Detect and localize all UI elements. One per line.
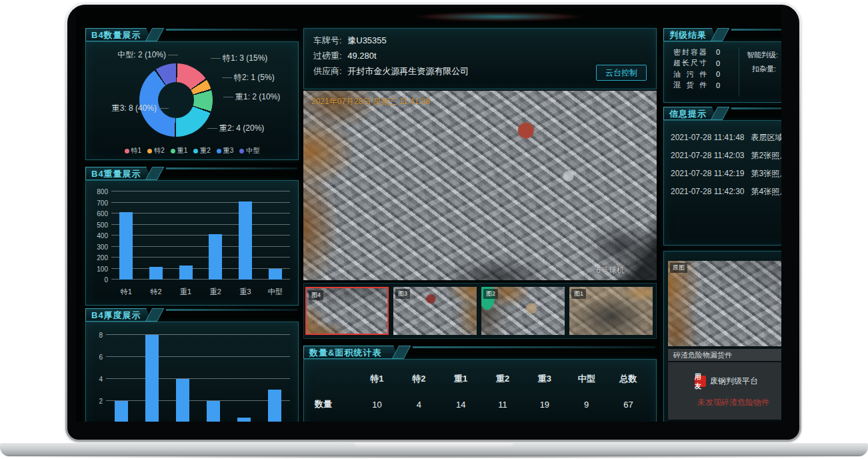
y-tick-label: 200 <box>90 254 108 262</box>
legend-label: 特1 <box>131 146 142 155</box>
legend-item-重3[interactable]: 重3 <box>217 146 234 155</box>
bar[interactable] <box>149 267 163 280</box>
legend-item-重1[interactable]: 重1 <box>171 146 188 155</box>
supplier-label: 供应商: <box>313 66 342 76</box>
photo-thumbnail-图4[interactable]: 图4 <box>305 287 389 335</box>
main-camera-photo: 2021年07月28日 星期三 11:41:38 6号球机 <box>303 91 657 280</box>
detection-alert-text: 未发现碎渣危险物件 <box>697 397 769 408</box>
message-text: 第3张照片表层判 <box>751 169 781 178</box>
stats-table-title: 数量&面积统计表 <box>303 346 398 359</box>
grading-right-label: 智能判级: <box>747 50 778 60</box>
dashboard-screen: B4数量展示 特1: 3 (15%)特2: 1 (5%)重1: 2 (10%)重… <box>76 8 781 422</box>
bar[interactable] <box>237 418 251 422</box>
header-line <box>166 167 297 169</box>
legend-dot-icon <box>239 149 244 153</box>
table-cell: 10 <box>356 400 398 410</box>
photo-thumbnail-图1[interactable]: 图1 <box>569 287 653 335</box>
table-row: 数量104141119967 <box>304 394 649 414</box>
thumbnail-badge: 图3 <box>395 289 410 299</box>
legend-dot-icon <box>193 149 198 153</box>
thumbnail-badge: 图2 <box>483 289 498 299</box>
table-cell: 14 <box>440 400 482 410</box>
top-glow-decoration <box>389 11 609 23</box>
x-tick-label: 中型 <box>260 287 290 297</box>
table-header-cell: 特2 <box>398 373 440 385</box>
panel-weight-header: B4重量展示 <box>85 167 299 180</box>
legend-item-中型[interactable]: 中型 <box>239 146 259 155</box>
legend-label: 中型 <box>246 146 259 155</box>
plate-value: 豫U35355 <box>347 35 387 45</box>
y-tick-label: 4 <box>85 375 103 382</box>
donut-label-中型: 中型: 2 (10%) <box>109 49 166 61</box>
panel-vehicle-info: 车牌号: 豫U35355 过磅重: 49.280t 供应商: 开封市金火源再生资… <box>303 28 657 89</box>
grading-title: 判级结果 <box>663 28 717 41</box>
x-tick-label: 重1 <box>171 287 201 297</box>
donut-label-重3: 重3: 8 (40%) <box>98 103 157 114</box>
grading-item: 油污件0 <box>673 69 720 80</box>
original-image-badge: 原图 <box>670 263 687 273</box>
page-background: B4数量展示 特1: 3 (15%)特2: 1 (5%)重1: 2 (10%)重… <box>0 0 868 459</box>
grading-list: 密封容器0超长尺寸0油污件0混货件0 <box>673 47 720 91</box>
legend-dot-icon <box>217 149 221 153</box>
bar[interactable] <box>207 401 220 422</box>
grading-label: 油污件 <box>673 69 707 79</box>
yonyou-logo-icon: 用友 <box>695 376 706 387</box>
x-tick-label: 重3 <box>231 287 261 297</box>
bar[interactable] <box>119 212 133 280</box>
bar[interactable] <box>268 390 281 422</box>
grading-right-label: 扣杂量: <box>752 64 776 74</box>
panel-grading-result: 判级结果 密封容器0超长尺寸0油污件0混货件0 智能判级:扣杂量: <box>663 28 781 103</box>
stats-table: 特1特2重1重2重3中型总数数量104141119967面积 <box>304 369 649 422</box>
legend-item-重2[interactable]: 重2 <box>193 146 211 155</box>
y-tick-label: 300 <box>90 243 108 250</box>
legend-item-特2[interactable]: 特2 <box>147 146 165 155</box>
y-tick-label: 700 <box>90 199 108 206</box>
bar[interactable] <box>179 266 193 280</box>
platform-logo-row: 用友 废钢判级平台 <box>695 376 758 387</box>
detection-result-box: 用友 废钢判级平台 未发现碎渣危险物件 <box>668 362 781 420</box>
bar[interactable] <box>209 234 222 280</box>
panel-weight-title: B4重量展示 <box>85 167 151 180</box>
weigh-line: 过磅重: 49.280t <box>313 50 469 61</box>
thumbnail-badge: 图4 <box>309 290 323 300</box>
messages-header: 信息提示 <box>663 107 781 120</box>
header-line <box>731 29 781 31</box>
bar[interactable] <box>239 201 252 280</box>
x-tick-label: 特2 <box>141 287 171 297</box>
panel-thickness-header: B4厚度展示 <box>85 308 299 322</box>
photo-thumbnail-图3[interactable]: 图3 <box>393 287 477 335</box>
ptz-control-button[interactable]: 云台控制 <box>596 65 647 81</box>
panel-quantity-title: B4数量展示 <box>85 28 151 41</box>
bar[interactable] <box>269 269 282 280</box>
detection-body: 原图 碎渣危险物漏货件 用友 废钢判级平台 未发现碎渣危险物件 <box>663 251 781 422</box>
supplier-value: 开封市金火源再生资源有限公司 <box>347 66 469 76</box>
bar[interactable] <box>115 401 128 422</box>
weight-bar-chart: 0100200300400500600700800 <box>111 191 290 280</box>
header-line <box>731 107 781 109</box>
platform-name: 废钢判级平台 <box>710 376 758 387</box>
table-cell: 67 <box>607 400 649 410</box>
panel-weight-body: 0100200300400500600700800 特1特2重1重2重3中型 <box>85 180 299 306</box>
photo-thumbnail-图2[interactable]: 图2 <box>481 287 565 335</box>
header-deco-icon <box>145 167 164 180</box>
bar[interactable] <box>176 379 189 422</box>
donut-label-特2: 特2: 1 (5%) <box>234 72 275 83</box>
legend-item-特1[interactable]: 特1 <box>125 146 142 155</box>
laptop-frame: B4数量展示 特1: 3 (15%)特2: 1 (5%)重1: 2 (10%)重… <box>65 3 801 442</box>
weigh-value: 49.280t <box>347 51 376 61</box>
bar[interactable] <box>145 335 159 422</box>
bar-slot <box>141 191 171 280</box>
weigh-label: 过磅重: <box>313 51 342 61</box>
grading-item: 超长尺寸0 <box>673 58 720 69</box>
messages-body: 2021-07-28 11:41:48表层区域计算成2021-07-28 11:… <box>663 120 781 246</box>
detection-caption: 碎渣危险物漏货件 <box>668 349 781 361</box>
laptop-base-notch <box>355 443 513 449</box>
vehicle-info-lines: 车牌号: 豫U35355 过磅重: 49.280t 供应商: 开封市金火源再生资… <box>313 35 469 81</box>
donut-legend: 特1特2重1重2重3中型 <box>86 146 298 155</box>
message-time: 2021-07-28 11:42:19 <box>671 169 745 178</box>
y-tick-label: 600 <box>90 210 108 217</box>
laptop-base-shadow <box>7 456 861 458</box>
thickness-bar-chart: 2468 <box>106 324 290 422</box>
table-header-cell: 中型 <box>565 373 607 385</box>
stats-table-body: 特1特2重1重2重3中型总数数量104141119967面积 <box>303 359 657 422</box>
